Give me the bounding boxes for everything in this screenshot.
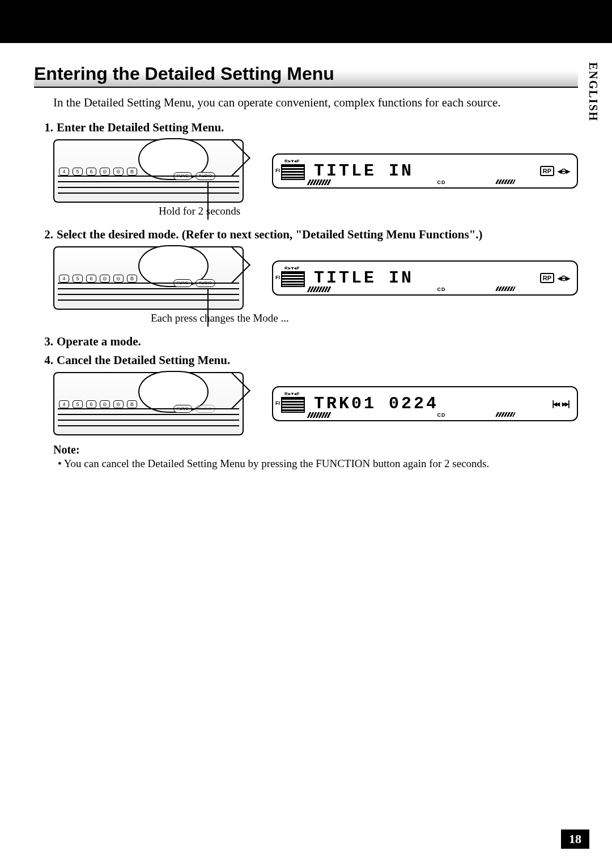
page-content: Entering the Detailed Setting Menu In th… <box>34 62 578 470</box>
arrow-right-icon <box>250 265 265 291</box>
fi-label: FI <box>275 400 280 406</box>
pointer-line <box>207 181 209 220</box>
btn-b: B <box>127 168 137 176</box>
section-title: Entering the Detailed Setting Menu <box>34 62 578 87</box>
lcd-display: R▸▾◂F FI TRK01 0224 CD |◂◂ ▸▸| <box>272 386 578 421</box>
btn-b: B <box>127 275 137 283</box>
lcd-main-text: TITLE IN <box>309 268 569 288</box>
fi-label: FI <box>275 275 280 280</box>
step-text: Cancel the Detailed Setting Menu. <box>57 353 578 367</box>
lcd-main-text: TITLE IN <box>309 161 569 181</box>
btn-oval: ⊝ <box>100 275 110 283</box>
figure-caption-2: Each press changes the Mode ... <box>53 312 578 324</box>
language-tab: ENGLISH <box>586 62 600 122</box>
note-item: You can cancel the Detailed Setting Menu… <box>58 457 578 470</box>
note-heading: Note: <box>53 443 578 456</box>
device-illustration: 4 5 6 ⊝ ⊝ B FUNC AUDIO <box>53 139 244 203</box>
page-number: 18 <box>561 829 589 849</box>
lcd-left-cluster: R▸▾◂F FI <box>281 392 309 415</box>
step-1: 1. Enter the Detailed Setting Menu. <box>34 121 578 135</box>
lcd-main-text: TRK01 0224 <box>309 394 569 413</box>
btn-oval: ⊝ <box>100 400 110 408</box>
btn-oval: ⊝ <box>113 275 124 283</box>
btn-5: 5 <box>73 168 83 176</box>
lcd-display: R▸▾◂F FI TITLE IN CD RP ◂⊖▸ <box>272 260 578 296</box>
section-rule: Entering the Detailed Setting Menu <box>34 62 578 88</box>
step-2: 2. Select the desired mode. (Refer to ne… <box>34 228 578 242</box>
lcd-right-icons: RP ◂⊖▸ <box>540 273 569 283</box>
next-track-icon: ▸▸| <box>562 399 569 408</box>
spectrum-bars-icon <box>307 287 333 292</box>
repeat-indicator: RP <box>540 166 554 176</box>
btn-oval: ⊝ <box>113 168 124 176</box>
step-3: 3. Operate a mode. <box>34 335 578 349</box>
btn-5: 5 <box>73 275 83 283</box>
bezel-lines <box>58 283 239 305</box>
balance-indicator: R▸▾◂F <box>284 391 300 396</box>
btn-6: 6 <box>86 168 96 176</box>
cd-indicator: CD <box>437 412 445 418</box>
bezel-lines <box>58 408 239 431</box>
repeat-indicator: RP <box>540 273 554 283</box>
lcd-left-cluster: R▸▾◂F FI <box>281 267 309 289</box>
spectrum-bars-icon <box>495 287 516 291</box>
cd-indicator: CD <box>437 287 445 292</box>
step-text: Enter the Detailed Setting Menu. <box>57 121 578 135</box>
step-number: 2. <box>34 228 57 242</box>
btn-5: 5 <box>73 400 83 408</box>
device-illustration: 4 5 6 ⊝ ⊝ B FUNC AUDIO <box>53 246 244 310</box>
pointer-line <box>207 288 209 327</box>
btn-6: 6 <box>86 400 96 408</box>
step-number: 1. <box>34 121 57 135</box>
spectrum-bars-icon <box>495 412 516 417</box>
manual-page: ENGLISH Entering the Detailed Setting Me… <box>0 0 612 868</box>
figure-row-3: 4 5 6 ⊝ ⊝ B FUNC AUDIO R▸▾◂F FI <box>53 372 578 435</box>
eq-dial-icon <box>281 271 305 287</box>
eq-dial-icon <box>281 397 305 413</box>
lcd-left-cluster: R▸▾◂F FI <box>281 160 309 182</box>
balance-indicator: R▸▾◂F <box>284 159 300 164</box>
device-illustration: 4 5 6 ⊝ ⊝ B FUNC AUDIO <box>53 372 244 435</box>
nav-indicator: ◂⊖▸ <box>558 273 569 283</box>
preset-buttons: 4 5 6 ⊝ ⊝ B <box>59 168 137 176</box>
step-text: Operate a mode. <box>57 335 578 349</box>
btn-b: B <box>127 400 137 408</box>
cd-indicator: CD <box>437 179 445 185</box>
eq-dial-icon <box>281 164 305 180</box>
step-number: 3. <box>34 335 57 349</box>
figure-caption-1: Hold for 2 seconds <box>53 205 578 217</box>
spectrum-bars-icon <box>307 179 333 185</box>
preset-buttons: 4 5 6 ⊝ ⊝ B <box>59 400 137 408</box>
header-blackbar <box>0 0 612 43</box>
btn-4: 4 <box>59 168 69 176</box>
btn-oval: ⊝ <box>113 400 124 408</box>
fi-label: FI <box>275 168 280 173</box>
intro-paragraph: In the Detailed Setting Menu, you can op… <box>53 95 578 110</box>
spectrum-bars-icon <box>495 179 516 184</box>
btn-4: 4 <box>59 275 69 283</box>
btn-6: 6 <box>86 275 96 283</box>
btn-oval: ⊝ <box>100 168 110 176</box>
prev-track-icon: |◂◂ <box>552 399 559 408</box>
figure-row-2: 4 5 6 ⊝ ⊝ B FUNC AUDIO R▸▾◂F FI <box>53 246 578 310</box>
lcd-right-icons: RP ◂⊖▸ <box>540 166 569 176</box>
bezel-lines <box>58 176 239 198</box>
btn-4: 4 <box>59 400 69 408</box>
figure-row-1: 4 5 6 ⊝ ⊝ B FUNC AUDIO R▸▾◂F FI <box>53 139 578 203</box>
step-text: Select the desired mode. (Refer to next … <box>57 228 578 242</box>
step-4: 4. Cancel the Detailed Setting Menu. <box>34 353 578 367</box>
arrow-right-icon <box>250 391 265 417</box>
spectrum-bars-icon <box>307 412 333 418</box>
nav-indicator: ◂⊖▸ <box>558 166 569 176</box>
lcd-right-icons: |◂◂ ▸▸| <box>552 399 569 408</box>
balance-indicator: R▸▾◂F <box>284 266 300 271</box>
step-number: 4. <box>34 353 57 367</box>
lcd-display: R▸▾◂F FI TITLE IN CD RP ◂⊖▸ <box>272 153 578 189</box>
arrow-right-icon <box>250 158 265 184</box>
preset-buttons: 4 5 6 ⊝ ⊝ B <box>59 275 137 283</box>
